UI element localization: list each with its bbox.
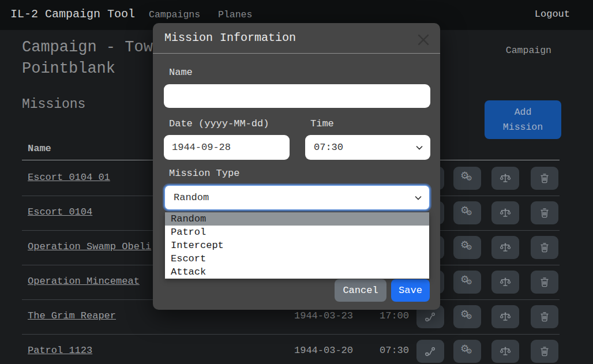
app-root: IL-2 Campaign Tool Campaigns Planes Logo… [0,0,593,364]
modal-header-divider [153,53,440,54]
delete-button[interactable] [531,340,558,363]
mission-time: 17:00 [380,310,409,321]
nav-link-campaigns[interactable]: Campaigns [149,9,200,20]
dropdown-option-attack[interactable]: Attack [165,265,429,279]
table-row: Patrol 1123 1944-03-20 07:30 ⚙⚙ [22,334,560,364]
logout-link[interactable]: Logout [535,9,570,20]
scales-icon [500,346,511,357]
delete-button[interactable] [531,271,558,294]
gears-icon: ⚙⚙ [460,310,474,323]
nav-link-planes[interactable]: Planes [218,9,252,20]
date-label: Date (yyyy-MM-dd) [169,118,269,129]
add-mission-label: Add Mission [501,105,545,135]
mission-date: 1944-03-23 [294,310,353,321]
balance-button[interactable] [491,271,519,294]
missions-heading: Missions [22,97,85,112]
scales-icon [500,207,511,219]
time-select[interactable]: 07:30 [305,135,430,160]
gears-icon: ⚙⚙ [460,276,474,288]
generate-button[interactable]: ⚙⚙ [453,305,481,328]
mission-link[interactable]: Operation Mincemeat [28,276,140,287]
dropdown-option-patrol[interactable]: Patrol [165,226,429,239]
gears-icon: ⚙⚙ [460,241,474,254]
gears-icon: ⚙⚙ [460,172,474,185]
mission-time: 07:30 [380,345,409,356]
dropdown-option-intercept[interactable]: Intercept [165,239,429,252]
trash-icon [539,346,550,357]
gears-icon: ⚙⚙ [460,207,474,219]
cancel-button[interactable]: Cancel [335,279,386,302]
delete-button[interactable] [531,201,558,224]
time-select-value: 07:30 [314,142,343,153]
mission-type-dropdown: Random Patrol Intercept Escort Attack [165,212,429,279]
page-title: Campaign - Tow Pointblank [22,37,153,80]
table-header-name: Name [28,143,51,154]
balance-button[interactable] [491,340,519,363]
generate-button[interactable]: ⚙⚙ [453,340,481,363]
modal-close-button[interactable] [412,29,434,51]
chevron-down-icon [415,143,424,152]
navbar-brand[interactable]: IL-2 Campaign Tool [10,7,135,21]
dropdown-option-random[interactable]: Random [165,212,429,226]
route-icon [425,346,436,357]
trash-icon [539,242,550,253]
delete-button[interactable] [531,236,558,259]
mission-link[interactable]: Escort_0104 [28,207,92,217]
mission-type-select-value: Random [174,192,209,203]
generate-button[interactable]: ⚙⚙ [453,271,481,294]
route-icon [425,311,436,322]
balance-button[interactable] [491,305,519,328]
scales-icon [500,172,511,184]
balance-button[interactable] [491,236,519,259]
scales-icon [500,242,511,253]
scales-icon [500,276,511,288]
mission-link[interactable]: Operation Swamp Obeli [28,241,151,252]
mission-link[interactable]: Escort_0104_01 [28,172,110,183]
name-input[interactable] [164,84,430,108]
trash-icon [539,172,550,184]
delete-button[interactable] [531,305,558,328]
gears-icon: ⚙⚙ [460,345,474,358]
time-label: Time [310,118,334,129]
campaign-link[interactable]: Campaign [497,45,551,56]
generate-button[interactable]: ⚙⚙ [453,167,481,190]
balance-button[interactable] [491,201,519,224]
close-icon [415,32,431,48]
mission-link[interactable]: Patrol 1123 [28,345,92,356]
modal-title: Mission Information [164,31,296,44]
route-button[interactable] [416,340,444,363]
trash-icon [539,311,550,322]
chevron-down-icon [414,193,423,202]
mission-type-label: Mission Type [169,168,239,179]
mission-information-modal: Mission Information Name Date (yyyy-MM-d… [153,23,440,310]
add-mission-button[interactable]: Add Mission [485,100,561,139]
mission-date: 1944-03-20 [294,345,353,356]
delete-button[interactable] [531,167,558,190]
scales-icon [500,311,511,322]
dropdown-option-escort[interactable]: Escort [165,252,429,265]
balance-button[interactable] [491,167,519,190]
trash-icon [539,207,550,219]
date-input[interactable] [164,135,290,160]
save-button[interactable]: Save [391,279,430,302]
page-title-line2: Pointblank [22,58,153,80]
generate-button[interactable]: ⚙⚙ [453,236,481,259]
mission-link[interactable]: The Grim Reaper [28,310,116,321]
trash-icon [539,276,550,288]
name-label: Name [169,67,193,78]
generate-button[interactable]: ⚙⚙ [453,201,481,224]
mission-type-select[interactable]: Random [164,185,430,211]
page-title-line1: Campaign - Tow [22,37,153,58]
